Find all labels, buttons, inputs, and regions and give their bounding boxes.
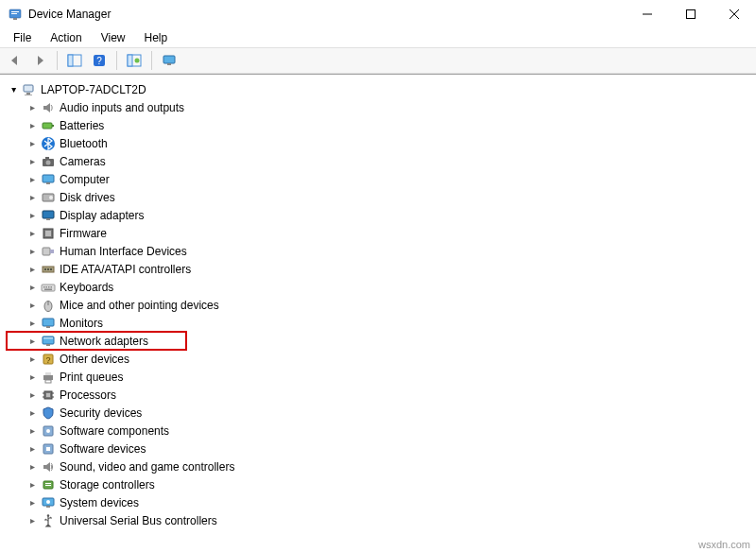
tree-content[interactable]: ▸LAPTOP-7ADCLT2D▸Audio inputs and output… — [0, 74, 756, 552]
other-icon: ? — [41, 352, 56, 367]
tree-item[interactable]: ▸Print queues — [6, 368, 750, 386]
tree-item-label: Print queues — [60, 371, 123, 384]
tree-item-label: Other devices — [60, 353, 129, 366]
tree-item-label: Keyboards — [60, 281, 113, 294]
expander-icon[interactable]: ▸ — [26, 282, 38, 293]
app-icon — [8, 7, 23, 22]
menu-bar: File Action View Help — [0, 28, 756, 47]
tree-item-label: Network adapters — [60, 335, 148, 348]
tree-item[interactable]: ▸Cameras — [6, 152, 750, 170]
tree-item[interactable]: ▸Security devices — [6, 404, 750, 422]
expander-icon[interactable]: ▸ — [26, 443, 38, 455]
expander-icon[interactable]: ▸ — [26, 246, 38, 257]
title-bar: Device Manager — [0, 0, 756, 28]
svg-rect-44 — [51, 286, 53, 288]
menu-action[interactable]: Action — [43, 29, 89, 46]
expander-icon[interactable]: ▸ — [26, 192, 38, 203]
expander-icon[interactable]: ▸ — [26, 515, 38, 526]
tree-item-label: Batteries — [60, 119, 104, 132]
tree-item[interactable]: ▸Keyboards — [6, 278, 750, 296]
tree-item[interactable]: ▸Human Interface Devices — [6, 242, 750, 260]
svg-rect-56 — [45, 372, 51, 375]
expander-icon[interactable]: ▸ — [8, 84, 19, 95]
help-button[interactable]: ? — [88, 50, 111, 71]
expander-icon[interactable]: ▸ — [26, 318, 38, 329]
svg-rect-57 — [45, 380, 51, 383]
show-hide-console-tree-button[interactable] — [63, 50, 86, 71]
expander-icon[interactable]: ▸ — [26, 228, 38, 239]
expander-icon[interactable]: ▸ — [26, 156, 38, 167]
forward-button[interactable] — [28, 50, 51, 71]
watermark: wsxdn.com — [698, 539, 750, 550]
monitor-icon — [41, 316, 56, 331]
display-icon — [41, 208, 56, 223]
expander-icon[interactable]: ▸ — [26, 479, 38, 491]
minimize-button[interactable] — [626, 0, 669, 28]
close-button[interactable] — [713, 0, 756, 28]
back-button[interactable] — [4, 50, 26, 71]
tree-item[interactable]: ▸Batteries — [6, 116, 750, 134]
tree-item[interactable]: ▸?Other devices — [6, 350, 750, 368]
tree-item[interactable]: ▸Universal Serial Bus controllers — [6, 511, 750, 529]
expander-icon[interactable]: ▸ — [26, 210, 38, 221]
expander-icon[interactable]: ▸ — [26, 120, 38, 131]
hid-icon — [41, 244, 56, 259]
menu-file[interactable]: File — [6, 29, 39, 46]
camera-icon — [41, 154, 56, 169]
battery-icon — [41, 118, 56, 133]
expander-icon[interactable]: ▸ — [26, 425, 38, 437]
monitor-button[interactable] — [158, 50, 180, 71]
tree-item[interactable]: ▸Bluetooth — [6, 134, 750, 152]
tree-item[interactable]: ▸IDE ATA/ATAPI controllers — [6, 260, 750, 278]
expander-icon[interactable]: ▸ — [26, 102, 38, 113]
svg-rect-5 — [687, 10, 696, 19]
ide-icon — [41, 262, 56, 277]
tree-item[interactable]: ▸Network adapters — [6, 332, 750, 350]
menu-view[interactable]: View — [94, 29, 133, 46]
bluetooth-icon — [41, 136, 56, 151]
expander-icon[interactable]: ▸ — [26, 336, 38, 347]
expander-icon[interactable]: ▸ — [26, 371, 38, 383]
expander-icon[interactable]: ▸ — [26, 300, 38, 311]
tree-item[interactable]: ▸System devices — [6, 493, 750, 511]
tree-item[interactable]: ▸Audio inputs and outputs — [6, 98, 750, 116]
expander-icon[interactable]: ▸ — [26, 497, 38, 509]
scan-hardware-button[interactable] — [123, 50, 146, 71]
tree-item-label: Universal Serial Bus controllers — [60, 514, 217, 527]
expander-icon[interactable]: ▸ — [26, 138, 38, 149]
expander-icon[interactable]: ▸ — [26, 461, 38, 473]
tree-item-label: Human Interface Devices — [60, 245, 187, 258]
tree-item[interactable]: ▸Disk drives — [6, 188, 750, 206]
expander-icon[interactable]: ▸ — [26, 389, 38, 401]
svg-rect-35 — [50, 250, 54, 253]
expander-icon[interactable]: ▸ — [26, 174, 38, 185]
tree-item[interactable]: ▸Software devices — [6, 440, 750, 457]
tree-item[interactable]: ▸Processors — [6, 386, 750, 404]
security-icon — [41, 405, 56, 421]
window-controls — [626, 0, 756, 28]
tree-item[interactable]: ▸Storage controllers — [6, 475, 750, 493]
tree-item-label: Mice and other pointing devices — [60, 299, 219, 312]
sound-icon — [41, 459, 56, 474]
svg-rect-13 — [128, 55, 132, 66]
tree-item[interactable]: ▸Mice and other pointing devices — [6, 296, 750, 314]
expander-icon[interactable]: ▸ — [26, 264, 38, 275]
disk-icon — [41, 190, 56, 205]
tree-item[interactable]: ▸Monitors — [6, 314, 750, 332]
menu-help[interactable]: Help — [137, 29, 176, 46]
svg-rect-42 — [46, 286, 48, 288]
toolbar: ? — [0, 47, 756, 74]
tree-item[interactable]: ▸Display adapters — [6, 206, 750, 224]
expander-icon[interactable]: ▸ — [26, 354, 38, 365]
tree-item[interactable]: ▸Software components — [6, 422, 750, 440]
svg-text:?: ? — [96, 56, 102, 66]
maximize-button[interactable] — [669, 0, 713, 28]
root-label[interactable]: LAPTOP-7ADCLT2D — [41, 83, 146, 96]
keyboard-icon — [41, 280, 56, 295]
tree-item-label: Audio inputs and outputs — [60, 101, 184, 114]
tree-item[interactable]: ▸Sound, video and game controllers — [6, 457, 750, 475]
tree-item-label: Storage controllers — [60, 478, 155, 492]
tree-item[interactable]: ▸Computer — [6, 170, 750, 188]
expander-icon[interactable]: ▸ — [26, 407, 38, 419]
tree-item[interactable]: ▸Firmware — [6, 224, 750, 242]
